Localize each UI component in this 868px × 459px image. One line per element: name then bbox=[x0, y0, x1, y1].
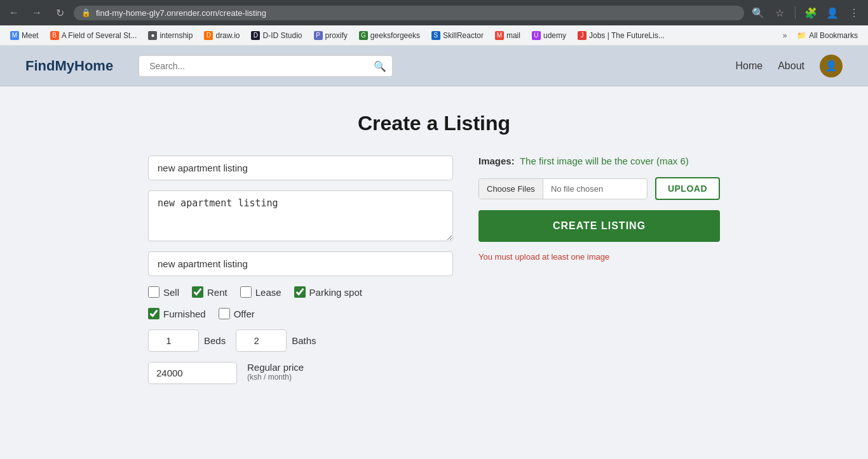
price-input[interactable] bbox=[148, 362, 237, 384]
bookmark-udemy[interactable]: U udemy bbox=[527, 29, 571, 42]
bookmark-proxify[interactable]: P proxify bbox=[309, 29, 353, 42]
rent-checkbox-label[interactable]: Rent bbox=[192, 286, 227, 298]
sell-checkbox[interactable] bbox=[148, 286, 159, 298]
furnished-checkbox[interactable] bbox=[148, 308, 159, 319]
meet-favicon: M bbox=[10, 31, 19, 40]
property-type-checkboxes: Sell Rent Lease Parking spot bbox=[148, 286, 453, 298]
title-input[interactable] bbox=[148, 156, 453, 180]
app-logo[interactable]: FindMyHome bbox=[25, 58, 113, 74]
form-right: Images: The first image will be the cove… bbox=[478, 156, 720, 262]
price-sublabel: (ksh / month) bbox=[247, 373, 304, 382]
bookmark-skillreactor[interactable]: S SkillReactor bbox=[426, 29, 489, 42]
about-nav-link[interactable]: About bbox=[778, 60, 804, 72]
offer-checkbox[interactable] bbox=[219, 308, 230, 319]
amenities-checkboxes: Furnished Offer bbox=[148, 308, 453, 319]
form-container: new apartment listing Sell Rent Lease bbox=[148, 156, 720, 384]
bookmarks-icon: 📁 bbox=[797, 31, 806, 40]
bookmark-did-label: D-ID Studio bbox=[262, 31, 302, 40]
forward-button[interactable]: → bbox=[28, 4, 46, 22]
star-button[interactable]: ☆ bbox=[771, 4, 789, 22]
bookmark-afield[interactable]: B A Field of Several St... bbox=[45, 29, 142, 42]
bookmark-geeks[interactable]: G geeksforgeeks bbox=[354, 29, 425, 42]
rent-label: Rent bbox=[207, 287, 227, 298]
all-bookmarks-link[interactable]: 📁 All Bookmarks bbox=[792, 29, 863, 42]
menu-button[interactable]: ⋮ bbox=[845, 4, 863, 22]
browser-chrome: ← → ↻ 🔒 find-my-home-gly7.onrender.com/c… bbox=[0, 0, 868, 46]
geeks-favicon: G bbox=[359, 31, 368, 40]
bookmark-drawio-label: draw.io bbox=[215, 31, 240, 40]
bookmark-mail-label: mail bbox=[506, 31, 520, 40]
beds-input[interactable] bbox=[148, 329, 199, 352]
bookmark-drawio[interactable]: D draw.io bbox=[199, 29, 245, 42]
choose-files-button[interactable]: Choose Files bbox=[479, 179, 543, 199]
beds-baths-row: Beds Baths bbox=[148, 329, 453, 352]
browser-actions: 🔍 ☆ 🧩 👤 ⋮ bbox=[749, 4, 863, 22]
did-favicon: D bbox=[251, 31, 260, 40]
search-action-button[interactable]: 🔍 bbox=[749, 4, 767, 22]
jobs-favicon: J bbox=[578, 31, 587, 40]
bookmarks-bar: M Meet B A Field of Several St... ● inte… bbox=[0, 25, 868, 46]
avatar[interactable]: 👤 bbox=[820, 55, 843, 77]
home-nav-link[interactable]: Home bbox=[736, 60, 763, 72]
back-button[interactable]: ← bbox=[5, 4, 23, 22]
bookmark-jobs-label: Jobs | The FutureLis... bbox=[589, 31, 665, 40]
avatar-icon: 👤 bbox=[825, 60, 837, 72]
bookmark-proxify-label: proxify bbox=[325, 31, 348, 40]
images-description-text: The first image will be the cover (max 6… bbox=[520, 156, 689, 166]
offer-checkbox-label[interactable]: Offer bbox=[219, 308, 255, 319]
gmail-favicon: M bbox=[495, 31, 504, 40]
upload-error-text: You must upload at least one image bbox=[478, 252, 720, 262]
create-listing-button[interactable]: CREATE LISTING bbox=[478, 210, 720, 242]
page-title: Create a Listing bbox=[13, 112, 855, 135]
bookmark-geeks-label: geeksforgeeks bbox=[370, 31, 420, 40]
extensions-button[interactable]: 🧩 bbox=[802, 4, 820, 22]
description-textarea[interactable]: new apartment listing bbox=[148, 190, 453, 241]
furnished-label: Furnished bbox=[163, 309, 206, 319]
bookmark-internship-label: internship bbox=[159, 31, 193, 40]
blogger-favicon: B bbox=[50, 31, 59, 40]
bookmark-udemy-label: udemy bbox=[543, 31, 566, 40]
search-input[interactable] bbox=[139, 55, 393, 77]
file-input-wrapper: Choose Files No file chosen bbox=[478, 178, 648, 199]
lease-label: Lease bbox=[255, 287, 281, 298]
sell-label: Sell bbox=[163, 287, 179, 298]
bookmark-jobs[interactable]: J Jobs | The FutureLis... bbox=[573, 29, 670, 42]
parking-checkbox-label[interactable]: Parking spot bbox=[294, 286, 362, 298]
lease-checkbox[interactable] bbox=[240, 286, 252, 298]
bookmark-did[interactable]: D D-ID Studio bbox=[246, 29, 307, 42]
bookmark-mail[interactable]: M mail bbox=[490, 29, 526, 42]
search-icon: 🔍 bbox=[374, 60, 386, 72]
price-label: Regular price bbox=[247, 362, 304, 373]
skill-favicon: S bbox=[431, 31, 440, 40]
furnished-checkbox-label[interactable]: Furnished bbox=[148, 308, 206, 319]
form-left: new apartment listing Sell Rent Lease bbox=[148, 156, 453, 384]
address-input[interactable] bbox=[148, 251, 453, 276]
images-label-bold: Images: bbox=[478, 156, 515, 166]
address-bar[interactable]: 🔒 find-my-home-gly7.onrender.com/create-… bbox=[74, 6, 744, 20]
lease-checkbox-label[interactable]: Lease bbox=[240, 286, 281, 298]
browser-toolbar: ← → ↻ 🔒 find-my-home-gly7.onrender.com/c… bbox=[0, 0, 868, 25]
price-row: Regular price (ksh / month) bbox=[148, 362, 453, 384]
nav-links: Home About 👤 bbox=[736, 55, 843, 77]
baths-label: Baths bbox=[292, 335, 316, 346]
parking-checkbox[interactable] bbox=[294, 286, 306, 298]
sell-checkbox-label[interactable]: Sell bbox=[148, 286, 179, 298]
baths-wrapper: Baths bbox=[236, 329, 316, 352]
refresh-button[interactable]: ↻ bbox=[51, 4, 69, 22]
udemy-favicon: U bbox=[532, 31, 541, 40]
images-description: Images: The first image will be the cove… bbox=[478, 156, 720, 167]
bookmark-meet-label: Meet bbox=[22, 31, 39, 40]
upload-button[interactable]: UPLOAD bbox=[655, 177, 720, 200]
parking-label: Parking spot bbox=[309, 287, 362, 298]
bookmark-internship[interactable]: ● internship bbox=[143, 29, 198, 42]
lock-icon: 🔒 bbox=[81, 8, 91, 17]
app-navbar: FindMyHome 🔍 Home About 👤 bbox=[0, 46, 868, 86]
profile-button[interactable]: 👤 bbox=[824, 4, 841, 22]
internship-favicon: ● bbox=[148, 31, 157, 40]
bookmark-meet[interactable]: M Meet bbox=[5, 29, 44, 42]
baths-input[interactable] bbox=[236, 329, 287, 352]
rent-checkbox[interactable] bbox=[192, 286, 203, 298]
beds-wrapper: Beds bbox=[148, 329, 226, 352]
bookmarks-overflow-button[interactable]: » bbox=[779, 29, 791, 42]
file-upload-row: Choose Files No file chosen UPLOAD bbox=[478, 177, 720, 200]
